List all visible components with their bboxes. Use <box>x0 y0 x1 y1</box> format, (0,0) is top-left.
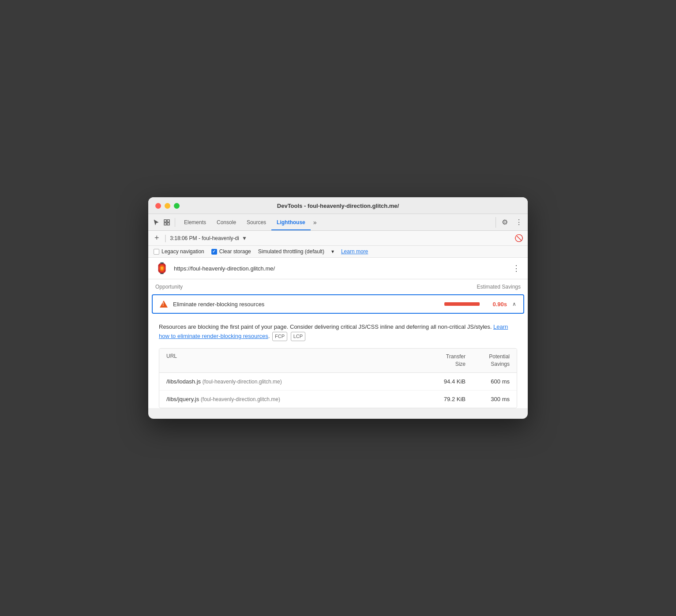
lighthouse-url: https://foul-heavenly-direction.glitch.m… <box>174 265 507 272</box>
legacy-nav-checkbox[interactable] <box>154 249 159 255</box>
svg-rect-0 <box>164 220 166 222</box>
minimize-button[interactable] <box>165 203 170 209</box>
tab-list: Elements Console Sources Lighthouse » <box>179 214 496 230</box>
url-column-header: URL <box>166 353 421 368</box>
tab-right-icons: ⚙ ⋮ <box>496 217 524 228</box>
savings-bar <box>444 302 480 306</box>
window-title: DevTools - foul-heavenly-direction.glitc… <box>277 203 399 209</box>
potential-column-header: PotentialSavings <box>466 353 510 368</box>
estimated-savings-header: Estimated Savings <box>477 284 521 290</box>
row1-url: /libs/lodash.js (foul-heavenly-direction… <box>166 378 421 385</box>
svg-rect-1 <box>167 220 169 222</box>
table-row: /libs/jquery.js (foul-heavenly-direction… <box>159 391 517 408</box>
svg-rect-3 <box>167 223 169 225</box>
row2-transfer: 79.2 KiB <box>421 396 466 402</box>
table-header: URL TransferSize PotentialSavings <box>159 349 517 373</box>
close-button[interactable] <box>155 203 161 209</box>
url-bar: 3:18:06 PM - foul-heavenly-di ▼ <box>170 235 511 241</box>
add-button[interactable]: + <box>153 233 161 243</box>
row1-potential: 600 ms <box>466 378 510 385</box>
lcp-tag: LCP <box>291 332 305 342</box>
cursor-icon[interactable] <box>152 218 161 227</box>
svg-rect-2 <box>164 223 166 225</box>
tab-icons <box>152 218 175 227</box>
description-text-before: Resources are blocking the first paint o… <box>159 323 492 330</box>
traffic-lights <box>155 203 180 209</box>
options-bar: Legacy navigation Clear storage Simulate… <box>148 246 528 258</box>
lighthouse-menu-button[interactable]: ⋮ <box>512 263 521 273</box>
row1-transfer: 94.4 KiB <box>421 378 466 385</box>
tab-elements[interactable]: Elements <box>179 214 211 230</box>
lighthouse-logo-icon: 🏮 <box>155 262 169 274</box>
devtools-tabs: Elements Console Sources Lighthouse » ⚙ … <box>148 214 528 231</box>
main-content: 🏮 https://foul-heavenly-direction.glitch… <box>148 258 528 408</box>
url-display: 3:18:06 PM - foul-heavenly-di <box>170 235 239 241</box>
opportunity-title: Eliminate render-blocking resources <box>173 301 439 308</box>
throttling-label: Simulated throttling (default) <box>258 248 324 255</box>
description-block: Resources are blocking the first paint o… <box>148 317 528 348</box>
no-entry-icon: 🚫 <box>515 234 523 242</box>
row2-potential: 300 ms <box>466 396 510 402</box>
opportunity-card: Eliminate render-blocking resources 0.90… <box>152 294 524 314</box>
table-row: /libs/lodash.js (foul-heavenly-direction… <box>159 373 517 391</box>
lighthouse-header: 🏮 https://foul-heavenly-direction.glitch… <box>148 258 528 279</box>
opportunity-header-row: Eliminate render-blocking resources 0.90… <box>153 295 523 313</box>
throttling-dropdown-icon: ▾ <box>331 248 334 255</box>
clear-storage-item: Clear storage <box>211 248 251 255</box>
tab-sources[interactable]: Sources <box>241 214 271 230</box>
divider: | <box>165 233 167 243</box>
inspect-icon[interactable] <box>162 218 171 227</box>
learn-more-link[interactable]: Learn more <box>341 248 368 255</box>
throttling-dropdown[interactable]: ▾ <box>331 248 334 255</box>
row2-url: /libs/jquery.js (foul-heavenly-direction… <box>166 396 421 402</box>
settings-icon[interactable]: ⚙ <box>499 217 510 228</box>
opportunity-header: Opportunity <box>155 284 477 290</box>
transfer-column-header: TransferSize <box>421 353 466 368</box>
url-dropdown-button[interactable]: ▼ <box>242 235 247 241</box>
resources-table: URL TransferSize PotentialSavings /libs/… <box>159 348 517 408</box>
title-bar: DevTools - foul-heavenly-direction.glitc… <box>148 197 528 214</box>
tab-lighthouse[interactable]: Lighthouse <box>271 214 311 230</box>
clear-storage-label: Clear storage <box>219 248 251 255</box>
clear-storage-checkbox[interactable] <box>211 249 217 255</box>
tab-console[interactable]: Console <box>211 214 241 230</box>
tab-more-button[interactable]: » <box>311 219 319 226</box>
legacy-nav-item: Legacy navigation <box>154 248 204 255</box>
legacy-nav-label: Legacy navigation <box>161 248 204 255</box>
fcp-tag: FCP <box>272 332 287 342</box>
devtools-window: DevTools - foul-heavenly-direction.glitc… <box>148 197 528 419</box>
secondary-toolbar: + | 3:18:06 PM - foul-heavenly-di ▼ 🚫 <box>148 231 528 246</box>
warning-icon <box>160 300 168 308</box>
expand-button[interactable]: ∧ <box>512 301 516 307</box>
column-headers: Opportunity Estimated Savings <box>148 279 528 294</box>
more-icon[interactable]: ⋮ <box>514 217 524 228</box>
maximize-button[interactable] <box>174 203 180 209</box>
savings-time: 0.90s <box>485 301 507 308</box>
